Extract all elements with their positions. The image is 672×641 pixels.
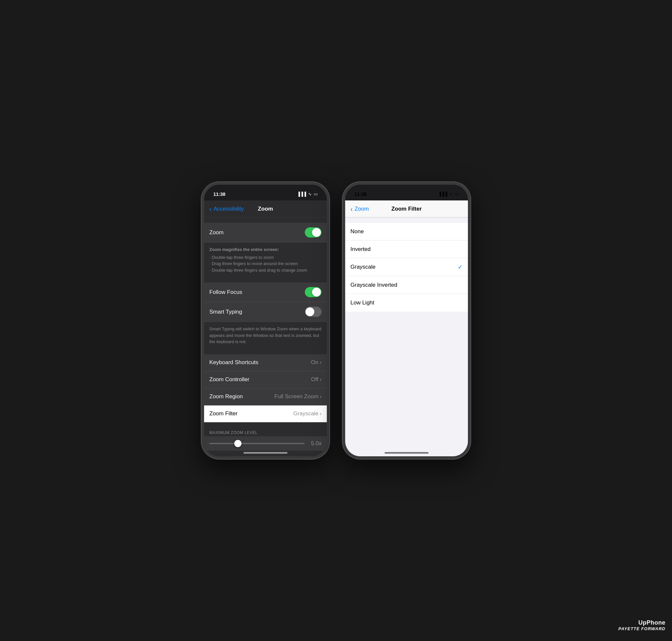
checkmark-icon: ✓: [458, 263, 463, 271]
chevron-right-icon-2: ›: [320, 376, 322, 383]
max-zoom-header: MAXIMUM ZOOM LEVEL: [204, 428, 327, 436]
volume-up-button-r[interactable]: [342, 234, 343, 253]
zoom-row[interactable]: Zoom: [204, 223, 327, 243]
volume-down-button[interactable]: [201, 257, 202, 276]
right-signal-icon: ▐▐▐: [438, 192, 447, 196]
filter-grayscale-label: Grayscale: [350, 264, 376, 270]
slider-thumb[interactable]: [234, 440, 242, 447]
left-nav-bar: ‹ Accessibility Zoom: [204, 201, 327, 218]
follow-focus-label: Follow Focus: [209, 289, 242, 296]
zoom-desc-title: Zoom magnifies the entire screen:: [209, 246, 322, 253]
right-chevron-left-icon: ‹: [350, 206, 353, 212]
back-label: Accessibility: [214, 206, 244, 212]
watermark-upphone: UpPhone: [618, 619, 666, 626]
smart-typing-toggle[interactable]: [305, 307, 322, 317]
section-gap-2: [204, 277, 327, 283]
filter-grayscale-row[interactable]: Grayscale ✓: [345, 258, 468, 276]
right-home-indicator: [385, 452, 429, 454]
filter-gap: [345, 218, 468, 223]
right-nav-bar: ‹ Zoom Zoom Filter: [345, 201, 468, 218]
watermark-payette: PAYETTE FORWARD: [618, 626, 666, 631]
keyboard-shortcuts-label: Keyboard Shortcuts: [209, 359, 258, 366]
zoom-controller-value: Off ›: [311, 376, 322, 383]
keyboard-shortcuts-row[interactable]: Keyboard Shortcuts On ›: [204, 354, 327, 371]
filter-grayscale-inverted-row[interactable]: Grayscale Inverted: [345, 276, 468, 294]
toggle-thumb-2: [312, 288, 321, 297]
zoom-slider-track[interactable]: [209, 443, 305, 444]
section-gap-4: [204, 423, 327, 428]
right-battery-icon: ▭: [455, 192, 459, 196]
smart-typing-description: Smart Typing will switch to Window Zoom …: [204, 322, 327, 349]
watermark: UpPhone PAYETTE FORWARD: [618, 619, 666, 631]
chevron-left-icon: ‹: [209, 206, 212, 212]
page-title: Zoom: [258, 206, 273, 212]
filter-list: None Inverted Grayscale ✓ Grayscale Inve…: [345, 223, 468, 312]
right-page-title: Zoom Filter: [391, 206, 422, 212]
slider-section: 5.0x: [204, 436, 327, 451]
right-screen: ‹ Zoom Zoom Filter None Inverted Graysca…: [345, 201, 468, 456]
filter-low-light-label: Low Light: [350, 300, 374, 306]
chevron-right-icon-3: ›: [320, 393, 322, 400]
back-button[interactable]: ‹ Accessibility: [209, 206, 244, 212]
status-icons: ▐▐▐ ∿ ▭: [297, 192, 318, 196]
right-status-icons: ▐▐▐ ∿ ▭: [438, 192, 459, 196]
zoom-controller-row[interactable]: Zoom Controller Off ›: [204, 371, 327, 388]
smart-typing-label: Smart Typing: [209, 309, 242, 315]
left-screen: ‹ Accessibility Zoom Zoom Zoom magnifies…: [204, 201, 327, 456]
smart-typing-row[interactable]: Smart Typing: [204, 302, 327, 322]
settings-content: Zoom Zoom magnifies the entire screen: ·…: [204, 218, 327, 456]
filter-none-row[interactable]: None: [345, 223, 468, 241]
section-gap-3: [204, 349, 327, 354]
chevron-right-icon-4: ›: [320, 410, 322, 417]
left-phone: 11:38 ▐▐▐ ∿ ▭ ‹ Accessibility Zoom Zoom: [201, 182, 330, 459]
signal-icon: ▐▐▐: [297, 192, 306, 196]
slider-fill: [209, 443, 238, 444]
power-button-r[interactable]: [470, 241, 471, 267]
right-wifi-icon: ∿: [449, 192, 453, 196]
home-indicator: [243, 452, 287, 454]
filter-none-label: None: [350, 228, 364, 235]
keyboard-shortcuts-value: On ›: [311, 359, 322, 366]
wifi-icon: ∿: [308, 192, 312, 196]
notch-right: [382, 185, 431, 194]
right-back-button[interactable]: ‹ Zoom: [350, 206, 369, 212]
section-gap-1: [204, 218, 327, 223]
power-button[interactable]: [329, 241, 330, 267]
filter-low-light-row[interactable]: Low Light: [345, 294, 468, 312]
toggle-thumb-3: [306, 308, 314, 316]
zoom-label: Zoom: [209, 229, 224, 236]
follow-focus-toggle[interactable]: [305, 287, 322, 297]
zoom-region-row[interactable]: Zoom Region Full Screen Zoom ›: [204, 388, 327, 406]
right-phone: 11:38 ▐▐▐ ∿ ▭ ‹ Zoom Zoom Filter None I: [342, 182, 471, 459]
zoom-filter-row[interactable]: Zoom Filter Grayscale ›: [204, 406, 327, 423]
filter-inverted-row[interactable]: Inverted: [345, 241, 468, 258]
shortcuts-group: Keyboard Shortcuts On › Zoom Controller …: [204, 354, 327, 423]
volume-up-button[interactable]: [201, 234, 202, 253]
zoom-toggle-group: Zoom: [204, 223, 327, 243]
battery-icon: ▭: [314, 192, 318, 196]
focus-typing-group: Follow Focus Smart Typing: [204, 283, 327, 322]
status-time: 11:38: [213, 191, 225, 197]
right-back-label: Zoom: [355, 206, 369, 212]
zoom-toggle[interactable]: [305, 227, 322, 237]
toggle-thumb: [312, 228, 321, 237]
zoom-desc-text: Zoom magnifies the entire screen: · Doub…: [209, 246, 322, 273]
zoom-filter-label: Zoom Filter: [209, 410, 238, 417]
volume-down-button-r[interactable]: [342, 257, 343, 276]
zoom-region-label: Zoom Region: [209, 393, 243, 400]
slider-container: 5.0x: [209, 440, 322, 447]
chevron-right-icon-1: ›: [320, 359, 322, 366]
zoom-description: Zoom magnifies the entire screen: · Doub…: [204, 243, 327, 277]
zoom-controller-label: Zoom Controller: [209, 376, 250, 383]
follow-focus-row[interactable]: Follow Focus: [204, 283, 327, 302]
filter-inverted-label: Inverted: [350, 246, 371, 253]
zoom-filter-value: Grayscale ›: [293, 410, 322, 417]
filter-grayscale-inverted-label: Grayscale Inverted: [350, 282, 398, 288]
right-status-time: 11:38: [354, 191, 366, 197]
slider-value: 5.0x: [308, 440, 322, 447]
smart-typing-desc-text: Smart Typing will switch to Window Zoom …: [209, 326, 322, 345]
notch: [241, 185, 290, 194]
mute-button-r[interactable]: [342, 218, 343, 229]
mute-button[interactable]: [201, 218, 202, 229]
filter-content: None Inverted Grayscale ✓ Grayscale Inve…: [345, 218, 468, 456]
